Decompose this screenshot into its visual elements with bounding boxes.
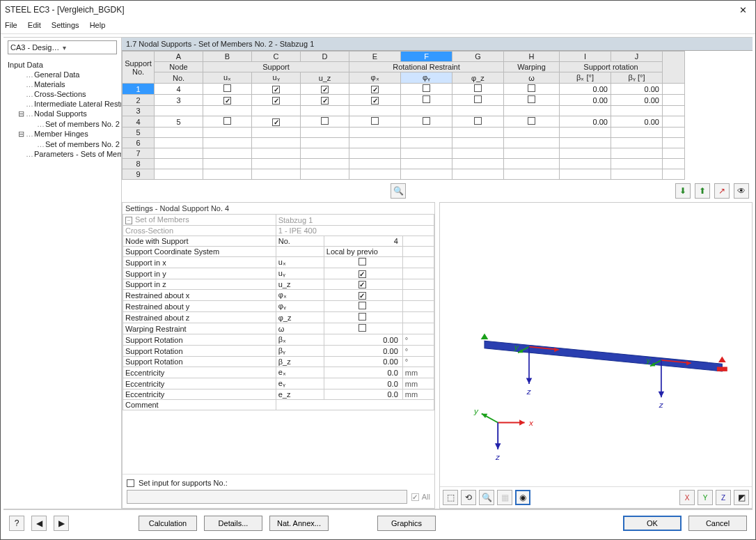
grid-checkbox[interactable] [528, 117, 535, 125]
properties-table[interactable]: −Set of MembersStabzug 1 Cross-Section1 … [123, 214, 434, 410]
svg-marker-1 [481, 334, 489, 340]
svg-marker-27 [495, 443, 501, 449]
svg-text:y: y [514, 342, 519, 351]
grid-checkbox[interactable] [371, 117, 379, 125]
preview-toolbar: ⬚ ⟲ 🔍 ▦ ◉ X Y Z ◩ [440, 486, 752, 508]
grid-checkbox[interactable] [321, 86, 329, 93]
prop-checkbox[interactable] [359, 292, 366, 300]
tree-item[interactable]: General Data [5, 70, 120, 79]
close-icon[interactable]: ✕ [735, 5, 751, 15]
svg-text:z: z [526, 387, 531, 396]
zoom-icon[interactable]: 🔍 [391, 183, 406, 199]
main-panel: 1.7 Nodal Supports - Set of Members No. … [122, 38, 753, 509]
view-x-icon[interactable]: X [679, 490, 695, 505]
grid-area[interactable]: Support No.ABCDEFGHIJNodeSupportRotation… [122, 51, 753, 180]
set-input-area: Set input for supports No.: All [123, 474, 434, 508]
preview-3d[interactable]: y z y z x [440, 203, 752, 486]
svg-marker-18 [659, 392, 665, 398]
supports-grid[interactable]: Support No.ABCDEFGHIJNodeSupportRotation… [122, 51, 685, 180]
tree-item[interactable]: Input Data [5, 60, 120, 70]
section-title: 1.7 Nodal Supports - Set of Members No. … [122, 38, 753, 51]
grid-checkbox[interactable] [223, 97, 231, 105]
help-button[interactable]: ? [9, 516, 24, 531]
grid-checkbox[interactable] [423, 117, 430, 125]
prev-button[interactable]: ◀ [31, 516, 47, 531]
menu-settings[interactable]: Settings [52, 21, 79, 29]
grid-checkbox[interactable] [528, 84, 535, 92]
tree-item[interactable]: Materials [5, 79, 120, 89]
menu-edit[interactable]: Edit [28, 21, 41, 29]
sidebar: CA3 - Design according to Euro...▾ Input… [3, 38, 122, 509]
pick-icon[interactable]: ↗ [714, 183, 730, 199]
show-supports-icon[interactable]: ◉ [515, 490, 530, 505]
grid-checkbox[interactable] [371, 86, 379, 93]
prop-checkbox[interactable] [359, 258, 366, 265]
next-button[interactable]: ▶ [54, 516, 69, 531]
select-in-view-icon[interactable]: ⬚ [443, 490, 458, 505]
preview-panel: y z y z x [439, 202, 753, 509]
svg-text:y: y [646, 355, 652, 364]
grid-checkbox[interactable] [272, 118, 280, 126]
footer: ? ◀ ▶ Calculation Details... Nat. Annex.… [3, 509, 753, 537]
tree-item[interactable]: Intermediate Lateral Restraints [5, 99, 120, 109]
nat-annex-button[interactable]: Nat. Annex... [269, 516, 329, 531]
menu-help[interactable]: Help [90, 21, 106, 29]
rotate-icon[interactable]: ⟲ [461, 490, 476, 505]
grid-checkbox[interactable] [474, 95, 482, 103]
grid-checkbox[interactable] [223, 117, 231, 125]
view-y-icon[interactable]: Y [698, 490, 713, 505]
tree-item[interactable]: Cross-Sections [5, 89, 120, 99]
import-excel-icon[interactable]: ⬆ [695, 183, 710, 199]
grid-checkbox[interactable] [423, 95, 430, 103]
iso-view-icon[interactable]: ◩ [734, 490, 749, 505]
tree-item[interactable]: ⊟Nodal Supports [5, 109, 120, 119]
grid-checkbox[interactable] [528, 95, 535, 103]
window-title: STEEL EC3 - [Vergleich_BGDK] [5, 5, 735, 15]
nav-tree[interactable]: Input DataGeneral DataMaterialsCross-Sec… [3, 57, 121, 509]
content: CA3 - Design according to Euro...▾ Input… [1, 34, 755, 539]
grid-checkbox[interactable] [321, 97, 329, 105]
grid-checkbox[interactable] [474, 84, 482, 92]
details-button[interactable]: Details... [204, 516, 262, 531]
tree-item[interactable]: Set of members No. 2 - Sta [5, 139, 120, 149]
view-icon[interactable]: 👁 [734, 183, 749, 199]
grid-checkbox[interactable] [321, 117, 329, 125]
prop-checkbox[interactable] [359, 270, 366, 278]
prop-checkbox[interactable] [359, 324, 366, 332]
lower-panels: Settings - Nodal Support No. 4 −Set of M… [122, 202, 753, 509]
menu-file[interactable]: File [5, 21, 17, 29]
set-input-field[interactable] [127, 490, 407, 504]
all-checkbox [411, 493, 419, 501]
calculation-button[interactable]: Calculation [139, 516, 197, 531]
export-excel-icon[interactable]: ⬇ [675, 183, 691, 199]
graphics-button[interactable]: Graphics [377, 516, 436, 531]
ok-button[interactable]: OK [623, 516, 682, 531]
set-input-label: Set input for supports No.: [139, 479, 228, 487]
titlebar: STEEL EC3 - [Vergleich_BGDK] ✕ [1, 1, 755, 19]
design-case-combo[interactable]: CA3 - Design according to Euro...▾ [8, 40, 117, 54]
zoom-view-icon[interactable]: 🔍 [479, 490, 494, 505]
grid-checkbox[interactable] [223, 84, 231, 92]
prop-checkbox[interactable] [359, 302, 366, 309]
grid-view-icon[interactable]: ▦ [497, 490, 512, 505]
view-z-icon[interactable]: Z [716, 490, 731, 505]
grid-checkbox[interactable] [272, 97, 280, 105]
prop-checkbox[interactable] [359, 313, 366, 321]
tree-toggle-icon[interactable]: ⊟ [17, 130, 24, 139]
set-input-checkbox[interactable] [127, 479, 134, 487]
svg-text:z: z [659, 400, 663, 409]
grid-checkbox[interactable] [474, 117, 482, 125]
tree-item[interactable]: ⊟Member Hinges [5, 129, 120, 139]
chevron-down-icon: ▾ [63, 44, 115, 52]
grid-checkbox[interactable] [272, 86, 280, 93]
grid-checkbox[interactable] [423, 84, 430, 92]
app-window: STEEL EC3 - [Vergleich_BGDK] ✕ File Edit… [0, 0, 756, 540]
grid-checkbox[interactable] [371, 97, 379, 105]
prop-checkbox[interactable] [359, 281, 366, 288]
cancel-button[interactable]: Cancel [688, 516, 747, 531]
main-split: CA3 - Design according to Euro...▾ Input… [3, 37, 753, 509]
tree-item[interactable]: Parameters - Sets of Members [5, 149, 120, 159]
properties-title: Settings - Nodal Support No. 4 [123, 203, 434, 214]
tree-toggle-icon[interactable]: ⊟ [17, 109, 24, 118]
tree-item[interactable]: Set of members No. 2 - Sta [5, 119, 120, 129]
